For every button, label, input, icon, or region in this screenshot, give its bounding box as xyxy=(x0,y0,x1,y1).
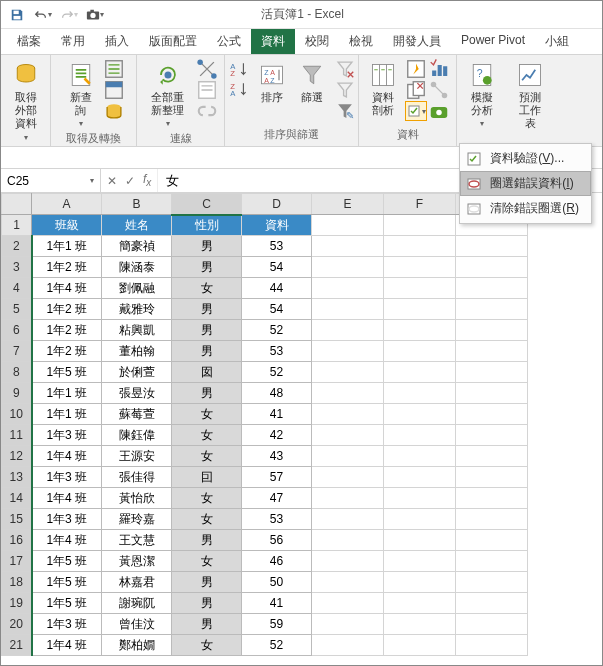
cell[interactable] xyxy=(384,320,456,341)
cell[interactable] xyxy=(312,362,384,383)
row-header[interactable]: 18 xyxy=(2,572,32,593)
cell[interactable] xyxy=(312,215,384,236)
cell[interactable]: 王源安 xyxy=(102,446,172,467)
cell[interactable]: 1年5 班 xyxy=(32,551,102,572)
row-header[interactable]: 5 xyxy=(2,299,32,320)
cell[interactable] xyxy=(384,299,456,320)
cell[interactable] xyxy=(456,362,528,383)
cell[interactable]: 1年1 班 xyxy=(32,383,102,404)
fx-icon[interactable]: fx xyxy=(143,172,151,188)
remove-duplicates-button[interactable] xyxy=(405,80,427,100)
cell[interactable] xyxy=(312,446,384,467)
column-header[interactable]: E xyxy=(312,194,384,215)
cell[interactable]: 57 xyxy=(242,467,312,488)
recent-sources-button[interactable] xyxy=(103,101,125,121)
undo-button[interactable]: ▾ xyxy=(31,4,55,26)
cell[interactable]: 陳涵泰 xyxy=(102,257,172,278)
cell[interactable] xyxy=(456,383,528,404)
cell[interactable]: 男 xyxy=(172,593,242,614)
cell[interactable]: 女 xyxy=(172,278,242,299)
cell[interactable]: 女 xyxy=(172,635,242,656)
sort-desc-button[interactable]: ZA xyxy=(228,79,250,99)
cell[interactable] xyxy=(456,299,528,320)
filter-button[interactable]: 篩選 xyxy=(294,59,330,106)
circle-invalid-data-item[interactable]: 圈選錯誤資料(I) xyxy=(460,171,591,196)
cell[interactable]: 48 xyxy=(242,383,312,404)
cell[interactable] xyxy=(384,446,456,467)
name-box[interactable]: C25▾ xyxy=(1,169,101,192)
redo-button[interactable]: ▾ xyxy=(57,4,81,26)
cell[interactable] xyxy=(312,320,384,341)
cell[interactable]: 囙 xyxy=(172,467,242,488)
forecast-sheet-button[interactable]: 預測 工作表 xyxy=(512,59,548,133)
cell[interactable]: 53 xyxy=(242,509,312,530)
cell[interactable]: 姓名 xyxy=(102,215,172,236)
cell[interactable] xyxy=(312,530,384,551)
camera-button[interactable]: ▾ xyxy=(83,4,107,26)
manage-data-model-button[interactable] xyxy=(428,101,450,121)
cell[interactable] xyxy=(456,593,528,614)
cell[interactable]: 男 xyxy=(172,341,242,362)
from-table-button[interactable] xyxy=(103,80,125,100)
tab-layout[interactable]: 版面配置 xyxy=(139,29,207,54)
connections-button[interactable] xyxy=(196,59,218,79)
cell[interactable] xyxy=(312,278,384,299)
cell[interactable] xyxy=(384,488,456,509)
cell[interactable]: 黃怡欣 xyxy=(102,488,172,509)
cell[interactable]: 44 xyxy=(242,278,312,299)
advanced-button[interactable]: ✎ xyxy=(334,101,356,121)
cell[interactable] xyxy=(384,572,456,593)
cell[interactable]: 41 xyxy=(242,593,312,614)
enter-icon[interactable]: ✓ xyxy=(125,174,135,188)
row-header[interactable]: 12 xyxy=(2,446,32,467)
cell[interactable] xyxy=(456,488,528,509)
cell[interactable] xyxy=(456,614,528,635)
cell[interactable]: 43 xyxy=(242,446,312,467)
cell[interactable]: 董柏翰 xyxy=(102,341,172,362)
cell[interactable]: 性別 xyxy=(172,215,242,236)
reapply-button[interactable] xyxy=(334,80,356,100)
cell[interactable] xyxy=(384,215,456,236)
cell[interactable]: 1年3 班 xyxy=(32,467,102,488)
row-header[interactable]: 3 xyxy=(2,257,32,278)
cell[interactable]: 女 xyxy=(172,446,242,467)
cell[interactable]: 張昱汝 xyxy=(102,383,172,404)
cell[interactable]: 男 xyxy=(172,257,242,278)
cell[interactable] xyxy=(312,383,384,404)
cell[interactable]: 1年4 班 xyxy=(32,530,102,551)
cell[interactable] xyxy=(312,257,384,278)
cell[interactable] xyxy=(384,530,456,551)
cell[interactable] xyxy=(456,572,528,593)
properties-button[interactable] xyxy=(196,80,218,100)
column-header[interactable]: F xyxy=(384,194,456,215)
new-query-button[interactable]: 新查 詢▾ xyxy=(63,59,99,131)
refresh-all-button[interactable]: 全部重新整理▾ xyxy=(143,59,192,131)
cell[interactable]: 1年4 班 xyxy=(32,278,102,299)
cell[interactable]: 53 xyxy=(242,341,312,362)
cell[interactable] xyxy=(384,383,456,404)
cell[interactable] xyxy=(384,593,456,614)
cell[interactable]: 男 xyxy=(172,614,242,635)
sort-asc-button[interactable]: AZ xyxy=(228,59,250,79)
cell[interactable]: 1年4 班 xyxy=(32,488,102,509)
row-header[interactable]: 15 xyxy=(2,509,32,530)
cell[interactable]: 1年1 班 xyxy=(32,404,102,425)
worksheet-grid[interactable]: A B C D E F G 1 班級 姓名 性別 資料 21年1 班簡豪禎男53… xyxy=(1,193,602,656)
cell[interactable]: 52 xyxy=(242,320,312,341)
cell[interactable]: 女 xyxy=(172,425,242,446)
tab-view[interactable]: 檢視 xyxy=(339,29,383,54)
cell[interactable]: 女 xyxy=(172,404,242,425)
cell[interactable]: 囡 xyxy=(172,362,242,383)
row-header[interactable]: 21 xyxy=(2,635,32,656)
tab-review[interactable]: 校閱 xyxy=(295,29,339,54)
row-header[interactable]: 7 xyxy=(2,341,32,362)
cell[interactable]: 女 xyxy=(172,551,242,572)
show-queries-button[interactable] xyxy=(103,59,125,79)
cell[interactable]: 簡豪禎 xyxy=(102,236,172,257)
cell[interactable] xyxy=(456,341,528,362)
cell[interactable] xyxy=(384,278,456,299)
cell[interactable] xyxy=(312,488,384,509)
cell[interactable]: 林嘉君 xyxy=(102,572,172,593)
cell[interactable]: 男 xyxy=(172,530,242,551)
column-header[interactable]: B xyxy=(102,194,172,215)
